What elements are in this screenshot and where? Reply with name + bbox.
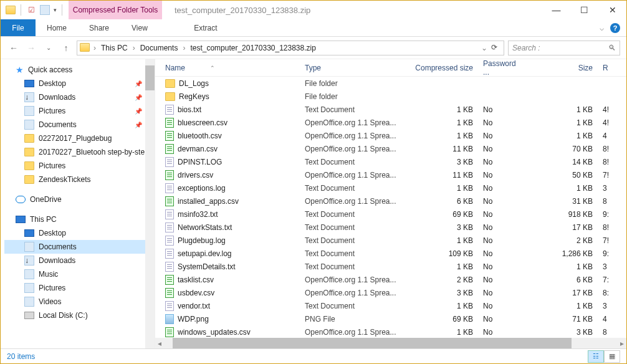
- nav-folder[interactable]: ZendeskTickets: [4, 173, 155, 186]
- table-row[interactable]: SystemDetails.txtText Document1 KBNo1 KB…: [155, 260, 626, 273]
- nav-scrollbar-thumb[interactable]: [145, 65, 155, 90]
- table-row[interactable]: devman.csvOpenOffice.org 1.1 Sprea...11 …: [155, 142, 626, 155]
- large-icons-view-button[interactable]: ▦: [604, 350, 620, 363]
- table-row[interactable]: DL_LogsFile folder: [155, 77, 626, 90]
- ribbon-expand-icon[interactable]: ⌵: [600, 24, 604, 32]
- recent-locations-icon[interactable]: ⌄: [42, 41, 55, 55]
- share-tab[interactable]: Share: [78, 19, 120, 36]
- downloads-icon: ↓: [24, 256, 34, 266]
- nav-pc-music[interactable]: Music: [4, 267, 155, 281]
- details-view-button[interactable]: ☷: [588, 350, 604, 363]
- nav-pc-desktop[interactable]: Desktop: [4, 226, 155, 240]
- desktop-icon: [24, 80, 34, 87]
- file-type: Text Document: [300, 236, 398, 245]
- nav-this-pc[interactable]: This PC: [4, 213, 155, 226]
- column-type[interactable]: Type: [300, 64, 398, 72]
- status-bar: 20 items ☷ ▦: [1, 348, 626, 363]
- chevron-right-icon[interactable]: ›: [133, 44, 135, 52]
- nav-label: Desktop: [39, 229, 66, 237]
- nav-pc-videos[interactable]: Videos: [4, 295, 155, 309]
- column-size[interactable]: Size: [528, 64, 598, 72]
- folder-icon: [24, 175, 34, 184]
- file-name: drivers.csv: [178, 171, 213, 180]
- address-dropdown-icon[interactable]: ⌄: [481, 44, 487, 52]
- minimize-button[interactable]: ―: [542, 1, 570, 19]
- table-row[interactable]: vendor.txtText Document1 KBNo1 KB3: [155, 299, 626, 312]
- table-row[interactable]: bluescreen.csvOpenOffice.org 1.1 Sprea..…: [155, 116, 626, 129]
- back-button[interactable]: ←: [7, 41, 21, 55]
- file-name: vendor.txt: [178, 302, 210, 310]
- nav-downloads[interactable]: ↓Downloads📌: [4, 90, 155, 104]
- folder-icon: [165, 92, 175, 101]
- file-name: DPINST.LOG: [178, 158, 222, 166]
- file-tab[interactable]: File: [1, 19, 36, 36]
- new-folder-icon[interactable]: [40, 5, 50, 15]
- table-row[interactable]: usbdev.csvOpenOffice.org 1.1 Sprea...3 K…: [155, 286, 626, 299]
- table-row[interactable]: Plugdebug.logText Document1 KBNo2 KB7!: [155, 234, 626, 247]
- breadcrumb-segment[interactable]: Documents: [136, 44, 182, 52]
- maximize-button[interactable]: ☐: [570, 1, 598, 19]
- nav-documents[interactable]: Documents📌: [4, 118, 155, 132]
- table-row[interactable]: setupapi.dev.logText Document109 KBNo1,2…: [155, 247, 626, 260]
- horizontal-scrollbar[interactable]: ◂ ▸: [155, 338, 626, 348]
- file-ratio: 4!: [598, 105, 626, 114]
- scroll-right-icon[interactable]: ▸: [618, 339, 626, 348]
- scrollbar-thumb[interactable]: [173, 338, 572, 348]
- file-type: OpenOffice.org 1.1 Sprea...: [300, 132, 398, 140]
- breadcrumb-segment[interactable]: test_computer_20170330_123838.zip: [186, 44, 320, 52]
- properties-icon[interactable]: ☑: [26, 5, 36, 15]
- table-row[interactable]: msinfo32.txtText Document69 KBNo918 KB9:: [155, 208, 626, 221]
- nav-pc-pictures[interactable]: Pictures: [4, 281, 155, 295]
- nav-folder[interactable]: Pictures: [4, 159, 155, 173]
- table-row[interactable]: windows_updates.csvOpenOffice.org 1.1 Sp…: [155, 325, 626, 338]
- column-password[interactable]: Password ...: [478, 59, 528, 77]
- column-ratio[interactable]: R: [598, 64, 626, 72]
- separator: [21, 4, 21, 16]
- column-name[interactable]: Name⌃: [160, 64, 300, 72]
- extract-tab[interactable]: Extract: [159, 19, 252, 36]
- table-row[interactable]: DPINST.LOGText Document3 KBNo14 KB8!: [155, 155, 626, 168]
- search-icon[interactable]: 🔍︎: [608, 44, 616, 52]
- csv-icon: [165, 144, 174, 154]
- nav-pictures[interactable]: Pictures📌: [4, 104, 155, 118]
- close-button[interactable]: ✕: [598, 1, 626, 19]
- table-row[interactable]: RegKeysFile folder: [155, 90, 626, 103]
- table-row[interactable]: drivers.csvOpenOffice.org 1.1 Sprea...11…: [155, 168, 626, 181]
- table-row[interactable]: tasklist.csvOpenOffice.org 1.1 Sprea...2…: [155, 273, 626, 286]
- forward-button[interactable]: →: [24, 41, 38, 55]
- table-row[interactable]: WDP.pngPNG File69 KBNo71 KB4: [155, 312, 626, 325]
- nav-pc-downloads[interactable]: ↓Downloads: [4, 254, 155, 267]
- scroll-left-icon[interactable]: ◂: [155, 339, 164, 348]
- nav-label: Pictures: [39, 161, 65, 170]
- file-password: No: [478, 184, 528, 193]
- breadcrumb-segment[interactable]: This PC: [97, 44, 132, 52]
- file-type: Text Document: [300, 210, 398, 219]
- table-row[interactable]: exceptions.logText Document1 KBNo1 KB3: [155, 181, 626, 194]
- up-button[interactable]: ↑: [59, 41, 73, 55]
- file-ratio: 8!: [598, 145, 626, 153]
- qat-dropdown-icon[interactable]: ▾: [54, 7, 57, 13]
- table-row[interactable]: bluetooth.csvOpenOffice.org 1.1 Sprea...…: [155, 129, 626, 142]
- table-row[interactable]: bios.txtText Document1 KBNo1 KB4!: [155, 103, 626, 116]
- home-tab[interactable]: Home: [36, 19, 78, 36]
- separator: [62, 4, 62, 16]
- nav-desktop[interactable]: Desktop📌: [4, 77, 155, 90]
- nav-local-disk[interactable]: Local Disk (C:): [4, 309, 155, 322]
- search-input[interactable]: Search : 🔍︎: [508, 41, 620, 55]
- chevron-right-icon[interactable]: ›: [183, 44, 185, 52]
- drive-icon: [24, 312, 34, 319]
- view-tab[interactable]: View: [120, 19, 159, 36]
- table-row[interactable]: installed_apps.csvOpenOffice.org 1.1 Spr…: [155, 194, 626, 208]
- nav-onedrive[interactable]: OneDrive: [4, 193, 155, 206]
- nav-quick-access[interactable]: ★Quick access: [4, 63, 155, 77]
- help-icon[interactable]: ?: [610, 23, 620, 33]
- column-compressed-size[interactable]: Compressed size: [398, 64, 478, 72]
- nav-pc-documents[interactable]: Documents: [4, 240, 155, 254]
- address-bar[interactable]: › This PC › Documents › test_computer_20…: [77, 41, 504, 55]
- nav-scrollbar[interactable]: [145, 59, 155, 348]
- nav-folder[interactable]: 20170227_Bluetooh step-by-step: [4, 145, 155, 159]
- table-row[interactable]: NetworkStats.txtText Document3 KBNo17 KB…: [155, 221, 626, 234]
- refresh-icon[interactable]: ⟳: [491, 43, 501, 53]
- chevron-right-icon[interactable]: ›: [93, 44, 96, 52]
- nav-folder[interactable]: 02272017_Plugdebug: [4, 132, 155, 145]
